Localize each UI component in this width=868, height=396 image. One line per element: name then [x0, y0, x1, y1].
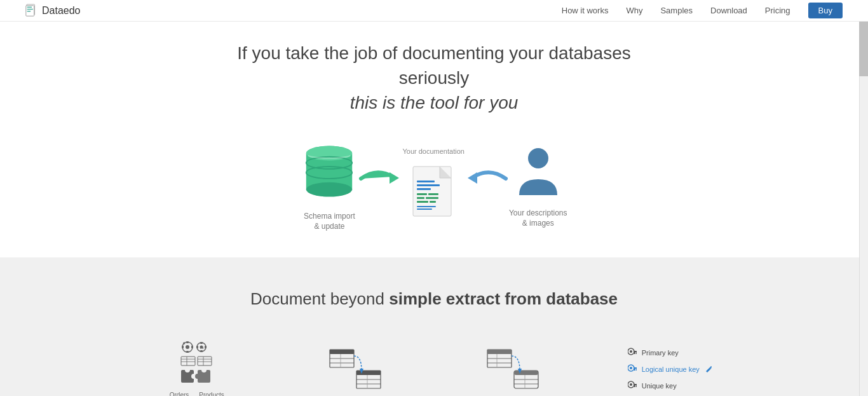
diagram-db: Schema import & update — [301, 141, 358, 233]
svg-rect-42 — [200, 350, 203, 352]
unique-key-row: Unique key — [628, 379, 677, 392]
svg-rect-66 — [356, 371, 381, 375]
relations-icon — [327, 346, 384, 392]
document-icon — [408, 165, 459, 226]
svg-rect-86 — [634, 352, 635, 354]
svg-rect-43 — [196, 346, 198, 348]
svg-rect-37 — [191, 346, 193, 348]
constraints-icon-area: Primary key Logical unique key — [628, 341, 712, 396]
features-grid: fx — [129, 341, 739, 396]
doc-label: Your documentation — [402, 147, 464, 155]
svg-point-31 — [528, 148, 548, 168]
svg-rect-34 — [186, 341, 189, 343]
brand-name: Dataedo — [42, 5, 81, 17]
svg-rect-35 — [186, 351, 189, 353]
hero-section: If you take the job of documenting your … — [0, 22, 868, 257]
brand-logo[interactable]: Dataedo — [25, 4, 81, 18]
relations-icon-area — [327, 341, 384, 396]
svg-rect-90 — [636, 369, 637, 371]
feature-modules: fx — [129, 341, 268, 396]
svg-rect-20 — [417, 184, 440, 186]
orders-label: Orders — [170, 392, 189, 396]
logo-icon — [25, 4, 38, 18]
edit-icon — [705, 365, 712, 373]
navbar: Dataedo How it works Why Samples Downloa… — [0, 0, 868, 22]
svg-point-88 — [630, 367, 632, 369]
logical-key-label: Logical unique key — [642, 365, 700, 373]
nav-why[interactable]: Why — [626, 6, 642, 15]
svg-point-58 — [201, 367, 207, 372]
svg-rect-44 — [205, 346, 207, 348]
diagram: Schema import & update Your documentatio… — [243, 141, 625, 233]
svg-rect-84 — [634, 351, 637, 352]
logical-key-row: Logical unique key — [628, 363, 712, 376]
svg-rect-77 — [514, 371, 538, 375]
feature-constraints: Primary key Logical unique key — [601, 341, 740, 396]
svg-rect-89 — [634, 367, 637, 369]
key-icon-unique — [628, 379, 637, 392]
key-icon-primary — [628, 346, 637, 359]
arrow-right-icon — [358, 161, 402, 193]
svg-rect-41 — [200, 342, 203, 344]
svg-rect-5 — [27, 6, 32, 7]
person-icon — [516, 144, 560, 201]
feature-views: With views too You can define relationsh… — [444, 341, 582, 396]
svg-marker-30 — [468, 172, 477, 184]
svg-rect-46 — [181, 357, 195, 365]
svg-rect-21 — [417, 188, 431, 190]
features-section: Document beyond simple extract from data… — [0, 257, 868, 396]
primary-key-row: Primary key — [628, 346, 679, 359]
feature-relations: Define relations not defined in database… — [287, 341, 425, 396]
svg-point-59 — [195, 374, 200, 379]
scrollbar[interactable] — [859, 0, 868, 396]
svg-rect-72 — [487, 350, 512, 354]
svg-point-83 — [630, 350, 632, 353]
svg-rect-25 — [426, 197, 438, 199]
views-icon — [484, 346, 541, 392]
svg-point-10 — [306, 182, 352, 196]
diagram-doc: Your documentation — [402, 147, 464, 226]
svg-rect-29 — [417, 208, 432, 210]
svg-rect-19 — [417, 181, 435, 182]
svg-rect-7 — [27, 11, 31, 11]
products-label: Products — [199, 392, 224, 396]
svg-text:fx: fx — [200, 345, 205, 350]
features-heading: Document beyond simple extract from data… — [25, 289, 843, 309]
svg-rect-36 — [182, 346, 184, 348]
key-icon-logical — [628, 363, 637, 376]
svg-rect-22 — [417, 193, 427, 195]
nav-how-it-works[interactable]: How it works — [562, 6, 609, 15]
svg-rect-23 — [428, 193, 438, 195]
main-content: If you take the job of documenting your … — [0, 22, 868, 396]
person-label: Your descriptions & images — [509, 208, 567, 229]
nav-samples[interactable]: Samples — [660, 6, 693, 15]
svg-rect-27 — [430, 201, 436, 203]
svg-rect-94 — [634, 384, 637, 385]
modules-labels: Orders Products — [170, 392, 227, 396]
svg-rect-85 — [636, 352, 637, 354]
primary-key-label: Primary key — [642, 349, 679, 357]
buy-button[interactable]: Buy — [808, 3, 843, 18]
svg-rect-96 — [634, 385, 635, 387]
svg-point-55 — [185, 367, 190, 372]
svg-rect-6 — [27, 8, 33, 9]
svg-point-93 — [630, 383, 632, 386]
modules-icon: fx — [170, 341, 227, 386]
nav-download[interactable]: Download — [710, 6, 747, 15]
diagram-person: Your descriptions & images — [509, 144, 567, 229]
views-icon-area — [484, 341, 541, 396]
svg-marker-14 — [390, 172, 399, 184]
arrow-left-icon — [465, 161, 509, 193]
svg-rect-95 — [636, 385, 637, 387]
svg-point-33 — [186, 345, 189, 349]
svg-rect-50 — [198, 357, 212, 365]
svg-rect-61 — [330, 350, 354, 354]
hero-headline: If you take the job of documenting your … — [212, 41, 656, 116]
db-label: Schema import & update — [304, 211, 355, 233]
svg-rect-91 — [634, 369, 635, 371]
modules-icon-area: fx — [170, 341, 227, 396]
svg-rect-28 — [417, 206, 436, 207]
nav-pricing[interactable]: Pricing — [765, 6, 790, 15]
nav-links: How it works Why Samples Download Pricin… — [562, 3, 843, 18]
svg-rect-26 — [417, 201, 428, 203]
